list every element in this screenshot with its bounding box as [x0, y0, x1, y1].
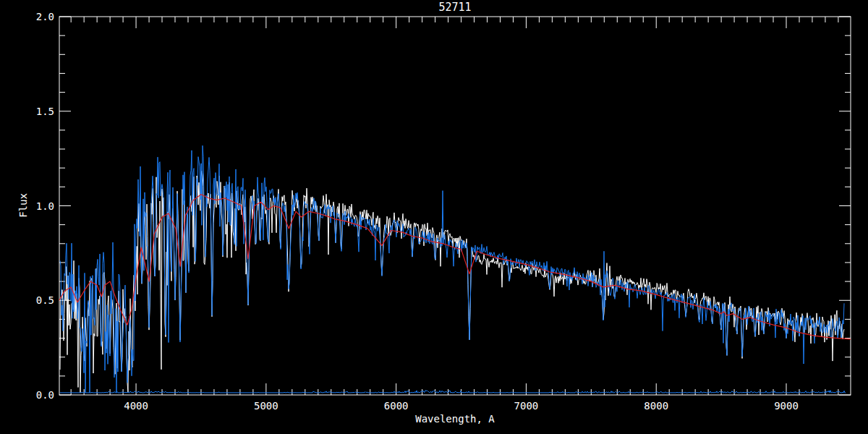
spectrum-plot-window: 4000500060007000800090000.00.51.01.52.0 … — [0, 0, 868, 434]
error-spectrum-blue-path — [60, 391, 846, 393]
series-layer — [59, 145, 851, 393]
spectrum-canvas: 4000500060007000800090000.00.51.01.52.0 … — [0, 0, 868, 434]
x-tick-label: 6000 — [384, 400, 409, 412]
y-tick-label: 2.0 — [36, 11, 54, 22]
x-tick-label: 4000 — [124, 400, 148, 412]
x-tick-label: 9000 — [774, 400, 799, 412]
y-tick-label: 1.0 — [36, 200, 54, 212]
y-tick-label: 1.5 — [36, 106, 54, 117]
y-tick-label: 0.0 — [36, 389, 54, 401]
x-tick-label: 8000 — [644, 400, 668, 412]
y-tick-label: 0.5 — [36, 294, 54, 306]
y-axis-label: Flux — [17, 193, 29, 218]
x-tick-label: 5000 — [254, 400, 278, 412]
tick-labels-layer: 4000500060007000800090000.00.51.01.52.0 — [36, 11, 799, 412]
plot-title: 52711 — [438, 1, 471, 14]
observed-spectrum-blue-path — [60, 145, 844, 393]
x-axis-label: Wavelength, A — [415, 413, 495, 425]
x-tick-label: 7000 — [514, 400, 539, 412]
